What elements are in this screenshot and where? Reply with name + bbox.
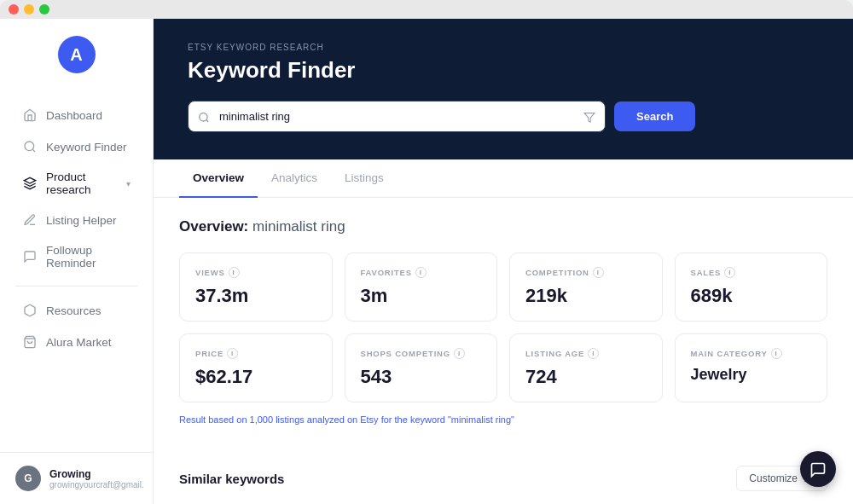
minimize-dot[interactable] [24,4,34,14]
chat-fab-icon [809,460,827,478]
sidebar-item-label: Alura Market [46,336,112,349]
tabs-bar: Overview Analytics Listings [154,159,853,198]
layers-icon [22,176,38,191]
pen-icon [22,212,38,228]
stat-value-price: $62.17 [195,366,316,388]
search-input[interactable] [188,101,606,132]
tab-analytics[interactable]: Analytics [258,159,331,198]
info-icon[interactable]: i [588,348,599,359]
sidebar-item-product-research[interactable]: Product research ▾ [7,163,146,204]
house-icon [22,107,38,123]
filter-icon[interactable] [583,109,595,123]
sidebar-item-followup-reminder[interactable]: Followup Reminder [7,236,146,277]
overview-keyword: minimalist ring [252,218,345,235]
logo: A [0,19,153,90]
stat-card-shops-competing: SHOPS COMPETING i 543 [345,333,498,403]
user-name: Growing [49,468,144,480]
search-button[interactable]: Search [614,101,695,131]
window-chrome [0,0,853,19]
stats-row-2: PRICE i $62.17 SHOPS COMPETING i 543 [179,333,827,403]
tab-listings[interactable]: Listings [331,159,397,198]
avatar: G [15,466,41,491]
chevron-down-icon: ▾ [126,179,131,188]
stat-label-sales: SALES i [691,267,812,278]
user-info: Growing growingyourcraft@gmail. [49,468,144,490]
info-icon[interactable]: i [454,348,465,359]
sidebar-item-alura-market[interactable]: Alura Market [7,327,146,357]
sidebar-item-listing-helper[interactable]: Listing Helper [7,205,146,235]
stat-value-views: 37.3m [195,285,316,307]
svg-point-0 [25,142,34,151]
chat-fab-button[interactable] [800,451,836,487]
maximize-dot[interactable] [39,4,49,14]
sidebar-item-label: Resources [46,304,102,317]
stat-label-favorites: FAVORITES i [361,267,482,278]
svg-line-1 [32,149,35,152]
search-input-wrapper [188,101,606,132]
search-bar: Search [188,101,819,132]
stat-value-sales: 689k [691,285,812,307]
nav-divider [15,286,137,287]
stat-label-competition: COMPETITION i [525,267,647,278]
logo-circle: A [58,36,96,73]
stats-row-1: VIEWS i 37.3m FAVORITES i 3m [179,252,827,322]
stat-card-main-category: MAIN CATEGORY i Jewelry [675,333,828,403]
similar-keywords-header: Similar keywords Customize [179,466,827,491]
chat-icon [22,249,38,264]
sidebar-item-dashboard[interactable]: Dashboard [7,100,146,130]
info-icon[interactable]: i [724,267,735,278]
sidebar-item-label: Keyword Finder [46,141,127,154]
overview-section: Overview: minimalist ring VIEWS i 37.3m [154,198,853,466]
sidebar-item-label: Dashboard [46,109,102,122]
sidebar-nav: Dashboard Keyword Finder Product researc… [0,90,153,452]
stat-card-price: PRICE i $62.17 [179,333,333,403]
sidebar-footer: G Growing growingyourcraft@gmail. [0,452,153,504]
stat-card-sales: SALES i 689k [675,252,828,322]
info-icon[interactable]: i [593,267,604,278]
stat-label-price: PRICE i [195,348,316,359]
sidebar-item-label: Followup Reminder [46,244,131,269]
info-icon[interactable]: i [227,348,238,359]
box-icon [22,303,38,318]
search-icon [198,109,210,123]
header-label: ETSY KEYWORD RESEARCH [188,43,819,52]
info-icon[interactable]: i [771,348,782,359]
svg-point-4 [200,113,207,120]
overview-title: Overview: minimalist ring [179,218,827,235]
stat-card-listing-age: LISTING AGE i 724 [509,333,663,403]
similar-keywords-section: Similar keywords Customize KEYWORD ⇅ [154,466,853,504]
header-title: Keyword Finder [188,57,819,84]
search-icon [22,139,38,154]
store-icon [22,334,38,350]
stat-label-views: VIEWS i [195,267,316,278]
svg-marker-6 [584,113,595,122]
result-note: Result based on 1,000 listings analyzed … [179,414,827,425]
sidebar-item-keyword-finder[interactable]: Keyword Finder [7,131,146,162]
stat-value-shops-competing: 543 [361,366,482,388]
sidebar: A Dashboard Keyword Finder [0,19,154,504]
stat-card-views: VIEWS i 37.3m [179,252,333,322]
stat-label-listing-age: LISTING AGE i [525,348,647,359]
stat-value-favorites: 3m [361,285,482,307]
sidebar-item-resources[interactable]: Resources [7,295,146,326]
content-area: Overview Analytics Listings Overview: mi… [154,159,853,504]
info-icon[interactable]: i [229,267,240,278]
main-content: ETSY KEYWORD RESEARCH Keyword Finder Sea… [154,19,853,504]
close-dot[interactable] [9,4,19,14]
stat-value-main-category: Jewelry [691,366,812,384]
sidebar-item-label: Listing Helper [46,214,117,227]
overview-title-bold: Overview: [179,218,248,235]
info-icon[interactable]: i [415,267,426,278]
sidebar-item-label: Product research [46,171,118,196]
svg-line-5 [206,119,209,122]
user-email: growingyourcraft@gmail. [49,480,144,490]
tab-overview[interactable]: Overview [179,159,258,198]
stat-value-listing-age: 724 [525,366,647,388]
stat-label-shops-competing: SHOPS COMPETING i [361,348,482,359]
similar-keywords-title: Similar keywords [179,472,284,486]
stat-label-main-category: MAIN CATEGORY i [691,348,812,359]
svg-marker-2 [24,177,35,183]
stat-card-favorites: FAVORITES i 3m [345,252,498,322]
logo-letter: A [70,45,82,65]
stat-value-competition: 219k [525,285,647,307]
